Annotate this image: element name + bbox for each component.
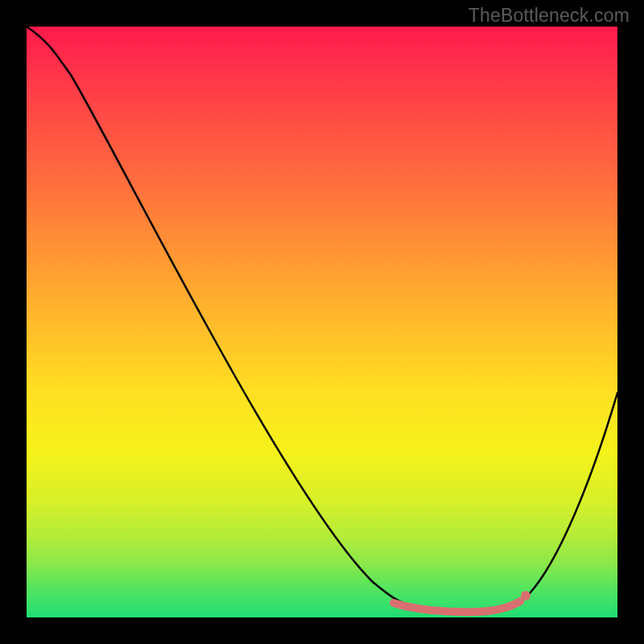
plot-area	[27, 27, 617, 617]
chart-frame: TheBottleneck.com	[0, 0, 644, 644]
watermark-text: TheBottleneck.com	[469, 5, 630, 27]
chart-svg	[27, 27, 617, 617]
bottleneck-curve	[27, 27, 617, 612]
optimal-range-highlight	[394, 601, 520, 612]
optimal-range-end-dot	[521, 591, 530, 601]
